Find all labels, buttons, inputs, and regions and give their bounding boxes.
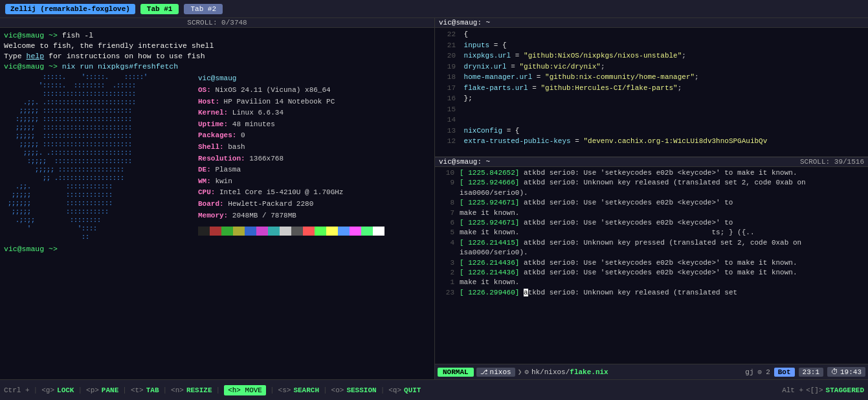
fish-welcome: Welcome to fish, the friendly interactiv… xyxy=(4,41,430,51)
lock-cmd: LOCK xyxy=(57,386,74,394)
cmd2: nix run nixpkgs#freshfetch xyxy=(58,62,178,71)
color-white xyxy=(280,227,291,236)
git-branch-label: nixos xyxy=(490,368,511,376)
right-bottom-titlebar: vic@smaug: ~ SCROLL: 39/1516 xyxy=(435,157,868,167)
editor-line-14: 14 xyxy=(438,115,865,126)
zellij-label: Zellij (remarkable-foxglove) xyxy=(5,4,135,14)
editor-line-16: 16 }; xyxy=(438,93,865,104)
neofetch-uptime: Uptime: 48 minutes xyxy=(198,119,384,131)
neofetch-board: Board: Hewlett-Packard 2280 xyxy=(198,199,384,210)
path-file: flake.nix xyxy=(570,368,608,376)
right-top-title: vic@smaug: ~ xyxy=(439,19,490,27)
move-cmd: MOVE xyxy=(245,386,262,394)
alt-key: Alt + xyxy=(782,386,803,394)
editor-line-20: 20 nixpkgs.url = "github:NixOS/nixpkgs/n… xyxy=(438,50,865,61)
statusbar: Ctrl + | <g> LOCK | <p> PANE | <t> TAB |… xyxy=(0,379,868,400)
kern-line-8: 8 [ 1225.924671] atkbd serio0: Use 'setk… xyxy=(439,198,864,208)
vim-mode-indicator: NORMAL xyxy=(438,368,474,377)
kern-line-5: 5 make it known. ts; } ({.. xyxy=(439,228,864,238)
color-bright-black xyxy=(291,227,303,236)
main-content: SCROLL: 0/3748 vic@smaug ~> fish -l Welc… xyxy=(0,18,868,379)
editor-line-18: 18 home-manager.url = "github:nix-commun… xyxy=(438,72,865,83)
kern-line-6: 6 [ 1225.924671] atkbd serio0: Use 'setk… xyxy=(439,218,864,228)
kern-line-3: 3 [ 1226.214436] atkbd serio0: Use 'setk… xyxy=(439,258,864,268)
prompt2: vic@smaug ~> xyxy=(4,62,58,71)
cmd1: fish -l xyxy=(58,31,93,39)
color-bright-red xyxy=(303,227,315,236)
vim-time: ⏱ 19:43 xyxy=(827,367,865,377)
color-palette xyxy=(198,227,384,236)
editor-line-15: 15 xyxy=(438,104,865,115)
color-yellow xyxy=(233,227,245,236)
kern-line-23: 23 [ 1226.299460] atkbd serio0: Unknown … xyxy=(439,288,864,298)
time-value: 19:43 xyxy=(840,368,862,376)
kern-line-9: 9 [ 1225.924666] atkbd serio0: Unknown k… xyxy=(439,178,864,198)
editor-line-19: 19 drynix.url = "github:vic/drynix"; xyxy=(438,61,865,72)
move-item[interactable]: <h> MOVE xyxy=(224,385,266,395)
neofetch-de: DE: Plasma xyxy=(198,164,384,176)
neofetch-resolution: Resolution: 1366x768 xyxy=(198,153,384,165)
prompt-line-3: vic@smaug ~> xyxy=(4,244,430,254)
color-magenta xyxy=(256,227,268,236)
neofetch-packages: Packages: 0 xyxy=(198,130,384,142)
neofetch-memory: Memory: 2048MB / 7878MB xyxy=(198,210,384,222)
right-bottom-pane: vic@smaug: ~ SCROLL: 39/1516 10 [ 1225.8… xyxy=(435,157,868,379)
left-scroll-info: SCROLL: 0/3748 xyxy=(187,19,247,27)
left-pane-titlebar: SCROLL: 0/3748 xyxy=(0,18,434,28)
right-pane: vic@smaug: ~ 22 { 21 inputs = { 20 nixpk… xyxy=(435,18,868,379)
vim-git-branch: ⎇ nixos xyxy=(476,368,515,377)
tab1[interactable]: Tab #1 xyxy=(140,4,179,14)
color-bright-yellow xyxy=(326,227,338,236)
color-bright-green xyxy=(315,227,326,236)
circle-num: 2 xyxy=(766,368,770,376)
editor-line-17: 17 flake-parts.url = "github:Hercules-CI… xyxy=(438,83,865,94)
search-key: <s> xyxy=(278,386,291,394)
resize-cmd: RESIZE xyxy=(186,386,212,394)
editor-line-12: 12 extra-trusted-public-keys = "devenv.c… xyxy=(438,136,865,147)
kernel-log-content: 10 [ 1225.842652] atkbd serio0: Use 'set… xyxy=(435,167,868,299)
lock-key: <g> xyxy=(41,386,54,394)
path-dir: hk/nixos/ xyxy=(531,368,570,376)
right-top-pane: vic@smaug: ~ 22 { 21 inputs = { 20 nixpk… xyxy=(435,18,868,157)
pane-key: <p> xyxy=(86,386,99,394)
editor-line-13: 13 nixConfig = { xyxy=(438,126,865,137)
right-top-titlebar: vic@smaug: ~ xyxy=(435,18,868,28)
color-red xyxy=(210,227,221,236)
tab-key: <t> xyxy=(131,386,144,394)
neofetch-host: Host: HP Pavilion 14 Notebook PC xyxy=(198,96,384,108)
prompt-line-2: vic@smaug ~> nix run nixpkgs#freshfetch xyxy=(4,61,430,72)
resize-key: <n> xyxy=(171,386,184,394)
left-pane-content: vic@smaug ~> fish -l Welcome to fish, th… xyxy=(0,28,434,379)
vim-statusbar: NORMAL ⎇ nixos ❯ ⚙ hk/nixos/flake.nix gj… xyxy=(435,364,868,379)
neofetch-kernel: Kernel: Linux 6.6.34 xyxy=(198,107,384,119)
move-key: <h> xyxy=(228,386,241,394)
path-separator-1: ❯ xyxy=(518,368,522,376)
tab2[interactable]: Tab #2 xyxy=(184,4,223,14)
kern-line-7: 7 make it known. xyxy=(439,208,864,218)
color-cyan xyxy=(268,227,280,236)
circle-icon: ⊙ xyxy=(758,368,762,376)
sys-info: vic@smaug OS: NixOS 24.11 (Vicuna) x86_6… xyxy=(198,73,384,241)
color-bright-magenta xyxy=(350,227,361,236)
quit-cmd: QUIT xyxy=(404,386,421,394)
right-top-editor: 22 { 21 inputs = { 20 nixpkgs.url = "git… xyxy=(435,28,868,148)
session-key: <o> xyxy=(331,386,344,394)
prompt1: vic@smaug ~> xyxy=(4,31,58,39)
neofetch-cpu: CPU: Intel Core i5-4210U @ 1.70GHz xyxy=(198,187,384,199)
ctrl-key: Ctrl + xyxy=(4,386,30,394)
titlebar: Zellij (remarkable-foxglove) Tab #1 Tab … xyxy=(0,0,868,18)
bracket-key: <[]> xyxy=(806,386,823,394)
editor-line-22: 22 { xyxy=(438,29,865,40)
color-bright-cyan xyxy=(361,227,373,236)
staggered-cmd: STAGGERED xyxy=(826,386,864,394)
color-black xyxy=(198,227,210,236)
color-bright-white xyxy=(373,227,384,236)
path-gear-icon: ⚙ xyxy=(524,368,529,376)
right-bottom-scroll: SCROLL: 39/1516 xyxy=(800,158,864,166)
right-bottom-title: vic@smaug: ~ xyxy=(439,158,490,166)
neofetch-area: :::::. ':::::. :::::' ':::::. :::::::: .… xyxy=(4,73,430,241)
session-cmd: SESSION xyxy=(346,386,376,394)
color-blue xyxy=(245,227,256,236)
left-pane: SCROLL: 0/3748 vic@smaug ~> fish -l Welc… xyxy=(0,18,435,379)
neofetch-user: vic@smaug xyxy=(198,73,384,85)
